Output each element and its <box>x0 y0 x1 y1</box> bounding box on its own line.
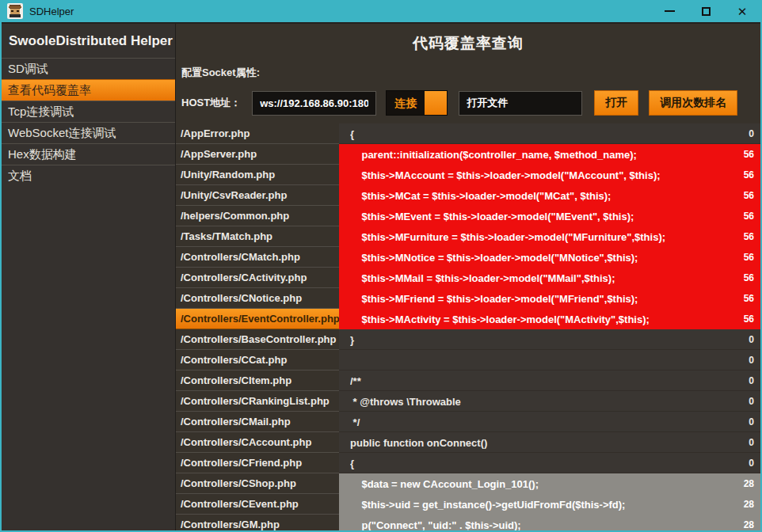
file-list-item[interactable]: /Controllers/CCat.php <box>176 350 339 370</box>
sidebar-item[interactable]: SD调试 <box>2 58 175 79</box>
maximize-button[interactable] <box>688 0 724 22</box>
open-file-input[interactable] <box>459 91 582 116</box>
socket-config-label: 配置Socket属性: <box>181 66 760 80</box>
connect-toggle[interactable]: 连接 <box>386 90 448 116</box>
file-list-item[interactable]: /Controllers/CAccount.php <box>176 432 339 453</box>
code-line-text: * @throws \Throwable <box>350 396 741 408</box>
coverage-count: 0 <box>749 458 754 469</box>
file-list-item[interactable]: /Unity/CsvReader.php <box>176 185 339 206</box>
coverage-count: 56 <box>744 252 754 263</box>
coverage-count: 0 <box>749 128 754 139</box>
file-list-item[interactable]: /helpers/Common.php <box>176 206 339 226</box>
coverage-count: 0 <box>749 437 754 448</box>
file-list-item[interactable]: /Unity/Random.php <box>176 165 339 185</box>
coverage-count: 56 <box>744 314 754 325</box>
sidebar-item[interactable]: 文档 <box>2 165 175 186</box>
code-coverage-panel: {0 parent::initialization($controller_na… <box>339 124 760 530</box>
code-line-text: $this->MActivity = $this->loader->model(… <box>350 314 736 325</box>
file-list-item[interactable]: /Controllers/CFriend.php <box>176 453 339 473</box>
host-input[interactable] <box>252 91 376 116</box>
code-line-row: $this->MFriend = $this->loader->model("M… <box>339 288 760 309</box>
file-list-item[interactable]: /Controllers/CShop.php <box>176 473 339 494</box>
code-line-text: parent::initialization($controller_name,… <box>350 149 736 161</box>
call-count-rank-button[interactable]: 调用次数排名 <box>649 90 737 116</box>
page-title: 代码覆盖率查询 <box>176 33 760 54</box>
connect-toggle-label: 连接 <box>387 91 425 115</box>
coverage-count: 28 <box>744 478 754 489</box>
code-line-text: /** <box>350 375 741 387</box>
file-list-item[interactable]: /Controllers/BaseController.php <box>176 329 339 350</box>
code-line-text: $this->MNotice = $this->loader->model("M… <box>350 252 736 264</box>
open-button[interactable]: 打开 <box>594 90 638 116</box>
host-label: HOST地址： <box>181 96 241 110</box>
coverage-count: 56 <box>744 211 754 222</box>
minimize-icon <box>665 10 675 12</box>
close-button[interactable]: ✕ <box>724 0 760 22</box>
code-line-row: */0 <box>339 412 760 432</box>
code-line-row: parent::initialization($controller_name,… <box>339 144 760 165</box>
code-line-row: 0 <box>339 350 760 370</box>
coverage-count: 0 <box>749 416 754 428</box>
socket-controls-row: HOST地址： 连接 打开 调用次数排名 <box>181 89 760 117</box>
code-line-text: $this->uid = get_instance()->getUidFromF… <box>350 499 736 511</box>
coverage-count: 0 <box>749 396 754 407</box>
code-line-text: { <box>350 458 741 469</box>
code-line-row: public function onConnect()0 <box>339 432 760 453</box>
window-title: SDHelper <box>29 6 74 17</box>
sidebar-item[interactable]: WebSocket连接调试 <box>2 122 175 143</box>
minimize-button[interactable] <box>651 0 688 22</box>
code-line-text: $this->MFurniture = $this->loader->model… <box>350 231 736 243</box>
code-line-row: $data = new CAccount_Login_101();28 <box>339 473 760 494</box>
coverage-count: 56 <box>744 231 754 242</box>
code-line-row: /**0 <box>339 370 760 391</box>
code-line-row: {0 <box>339 124 760 144</box>
code-line-row: * @throws \Throwable0 <box>339 391 760 412</box>
file-list-item[interactable]: /Controllers/CMatch.php <box>176 247 339 268</box>
close-icon: ✕ <box>737 6 748 17</box>
file-list-item[interactable]: /AppServer.php <box>176 144 339 165</box>
code-line-text: $this->MCat = $this->loader->model("MCat… <box>350 190 736 202</box>
code-line-text: */ <box>350 416 741 428</box>
sidebar-item[interactable]: Tcp连接调试 <box>2 101 175 122</box>
code-line-text: public function onConnect() <box>350 437 741 449</box>
sidebar-item[interactable]: Hex数据构建 <box>2 143 175 165</box>
coverage-count: 56 <box>744 293 754 304</box>
code-line-row: $this->MFurniture = $this->loader->model… <box>339 226 760 247</box>
code-line-text: p("Connect", "uid:" . $this->uid); <box>350 519 736 531</box>
app-window: SDHelper ✕ SwooleDistributed Helper SD调试… <box>0 0 762 532</box>
sidebar-item[interactable]: 查看代码覆盖率 <box>2 79 175 101</box>
code-line-row: $this->MCat = $this->loader->model("MCat… <box>339 185 760 206</box>
file-list-item[interactable]: /Controllers/CNotice.php <box>176 288 339 309</box>
window-body: SwooleDistributed Helper SD调试查看代码覆盖率Tcp连… <box>2 24 760 530</box>
code-line-text: } <box>350 334 741 346</box>
coverage-count: 56 <box>744 169 754 180</box>
code-line-row: }0 <box>339 329 760 350</box>
file-list-item[interactable]: /Controllers/CMail.php <box>176 412 339 432</box>
coverage-count: 0 <box>749 334 754 345</box>
file-list-item[interactable]: /Controllers/EventController.php <box>176 309 339 329</box>
sidebar-header: SwooleDistributed Helper <box>2 24 175 58</box>
code-line-text: $data = new CAccount_Login_101(); <box>350 478 736 490</box>
coverage-count: 0 <box>749 355 754 366</box>
file-list-item[interactable]: /Controllers/CActivity.php <box>176 268 339 288</box>
code-line-text: $this->MFriend = $this->loader->model("M… <box>350 293 736 305</box>
code-line-row: {0 <box>339 453 760 473</box>
app-icon <box>7 3 23 19</box>
file-list-item[interactable]: /Controllers/CRankingList.php <box>176 391 339 412</box>
code-line-text: $this->MAccount = $this->loader->model("… <box>350 169 736 181</box>
file-list-item[interactable]: /Controllers/CItem.php <box>176 370 339 391</box>
window-controls: ✕ <box>651 0 760 22</box>
file-list-item[interactable]: /Controllers/CEvent.php <box>176 494 339 515</box>
code-line-text: { <box>350 128 741 140</box>
file-list-item[interactable]: /Controllers/GM.php <box>176 515 339 530</box>
coverage-content: /AppError.php/AppServer.php/Unity/Random… <box>176 124 760 530</box>
code-line-text: $this->MMail = $this->loader->model("MMa… <box>350 272 736 284</box>
code-line-row: $this->MActivity = $this->loader->model(… <box>339 309 760 329</box>
file-list-item[interactable]: /Tasks/TMatch.php <box>176 226 339 247</box>
code-line-text: $this->MEvent = $this->loader->model("ME… <box>350 211 736 222</box>
coverage-count: 0 <box>749 375 754 386</box>
main-panel: 代码覆盖率查询 配置Socket属性: HOST地址： 连接 打开 调用次数排名… <box>176 24 760 530</box>
code-line-row: $this->MMail = $this->loader->model("MMa… <box>339 268 760 288</box>
file-list-item[interactable]: /AppError.php <box>176 124 339 144</box>
code-line-row: $this->MEvent = $this->loader->model("ME… <box>339 206 760 226</box>
